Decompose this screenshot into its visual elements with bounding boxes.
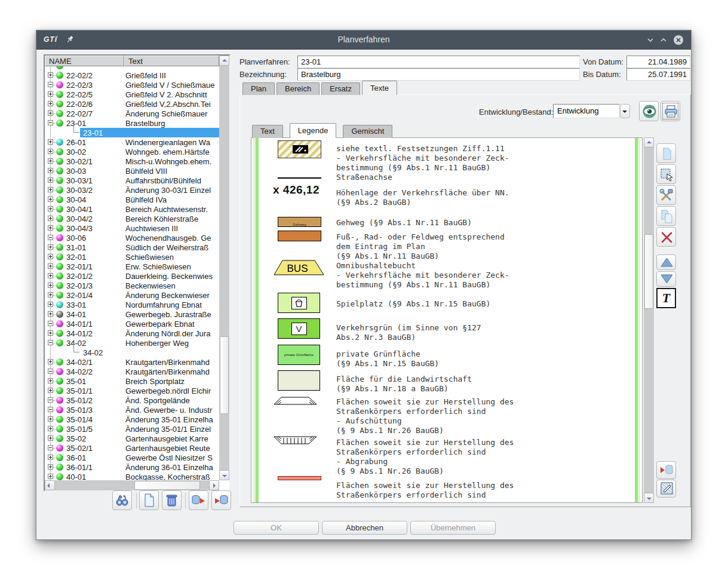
expander-plus-icon[interactable] bbox=[48, 455, 53, 460]
tree-row[interactable]: 23-01 bbox=[45, 128, 219, 137]
tree-child[interactable]: 34-02 bbox=[80, 348, 219, 357]
copy-button[interactable] bbox=[656, 206, 676, 226]
search-button[interactable] bbox=[112, 490, 132, 510]
expander-plus-icon[interactable] bbox=[48, 139, 53, 145]
tools-button[interactable] bbox=[656, 185, 676, 205]
expander-plus-icon[interactable] bbox=[48, 158, 53, 164]
expander-plus-icon[interactable] bbox=[48, 254, 53, 259]
scroll-left-icon[interactable] bbox=[45, 480, 55, 490]
expander-plus-icon[interactable] bbox=[48, 283, 53, 288]
tab-texte[interactable]: Texte bbox=[362, 81, 397, 95]
tree-row[interactable]: 30-06Wochenendhausgeb. Ge bbox=[45, 233, 219, 243]
tree-row[interactable]: 23-01Brastelburg bbox=[45, 118, 219, 128]
expander-plus-icon[interactable] bbox=[48, 474, 53, 479]
tab-plan[interactable]: Plan bbox=[242, 82, 275, 95]
scroll-down-icon[interactable] bbox=[219, 470, 229, 480]
scroll-up-icon[interactable] bbox=[644, 137, 654, 148]
tree-row[interactable]: 30-04/1Bereich Auchtwiesenstr. bbox=[45, 204, 219, 214]
preview-button[interactable] bbox=[639, 101, 659, 121]
expander-plus-icon[interactable] bbox=[48, 464, 53, 470]
scroll-thumb[interactable] bbox=[134, 481, 200, 490]
expander-plus-icon[interactable] bbox=[48, 101, 53, 106]
tab-bereich[interactable]: Bereich bbox=[277, 82, 320, 95]
new-entry-button[interactable] bbox=[139, 490, 159, 510]
print-button[interactable] bbox=[661, 101, 680, 121]
tree-row[interactable]: 30-04Bühlfeld IVa bbox=[45, 195, 219, 204]
tree-row[interactable]: 35-01/3Änd. Gewerbe- u. Industr bbox=[45, 405, 219, 415]
tree-row[interactable]: 31-01Südlich der Weiherstraß bbox=[45, 243, 219, 252]
tree-column-text[interactable]: Text bbox=[124, 56, 219, 66]
expander-plus-icon[interactable] bbox=[48, 206, 53, 211]
tree-vertical-scrollbar[interactable] bbox=[219, 56, 229, 480]
tree-row[interactable]: 35-01Breich Sportplatz bbox=[45, 376, 219, 386]
tree-row[interactable]: 22-02/5Grießfeld V 2. Abschnitt bbox=[45, 90, 219, 99]
expander-plus-icon[interactable] bbox=[48, 416, 53, 422]
expander-plus-icon[interactable] bbox=[48, 359, 53, 364]
inner-tab-text[interactable]: Text bbox=[252, 125, 283, 138]
expander-minus-icon[interactable] bbox=[48, 369, 53, 374]
tree-row[interactable]: 32-01/4Änderung Beckenwieser bbox=[45, 290, 219, 300]
tree-row[interactable]: 22-02/6Grießfeld V,2.Abschn.Tei bbox=[45, 99, 219, 109]
scroll-thumb[interactable] bbox=[644, 234, 653, 309]
expander-minus-icon[interactable] bbox=[48, 321, 53, 326]
tree-row[interactable]: 33-01Nordumfahrung Ebnat bbox=[45, 300, 219, 309]
tree-row[interactable]: 35-01/2Änd. Sportgelände bbox=[45, 395, 219, 405]
combo-value[interactable]: Entwicklung bbox=[553, 104, 620, 118]
scroll-thumb[interactable] bbox=[220, 336, 229, 414]
planverfahren-input[interactable]: 23-01 bbox=[297, 56, 580, 68]
expander-minus-icon[interactable] bbox=[48, 340, 53, 345]
export-button[interactable] bbox=[189, 490, 208, 510]
expander-plus-icon[interactable] bbox=[48, 426, 53, 431]
tree-child-selected[interactable]: 23-01 bbox=[80, 128, 219, 137]
expander-minus-icon[interactable] bbox=[48, 120, 53, 125]
import-text-button[interactable] bbox=[656, 461, 676, 479]
tree-row[interactable]: 35-02Gartenhausgebiet Karre bbox=[45, 434, 219, 443]
expander-minus-icon[interactable] bbox=[48, 407, 53, 412]
tree-row[interactable]: 34-01Gewerbegeb. Jurastraße bbox=[45, 309, 219, 319]
tab-ersatz[interactable]: Ersatz bbox=[321, 82, 360, 95]
delete-button[interactable] bbox=[656, 227, 676, 247]
tree-row[interactable]: 36-01Gewerbe Östl Niesitzer S bbox=[45, 453, 219, 462]
import-button[interactable] bbox=[211, 490, 231, 510]
tree-row[interactable]: 30-03/2Änderung 30-03/1 Einzel bbox=[45, 185, 219, 195]
tree-row[interactable]: 32-01/2Dauerkleing. Beckenwies bbox=[45, 271, 219, 281]
tree-row[interactable]: 34-02/1Krautgarten/Birkenmahd bbox=[45, 357, 219, 367]
legend-scrollbar[interactable] bbox=[644, 137, 654, 503]
expander-plus-icon[interactable] bbox=[48, 111, 53, 116]
expander-plus-icon[interactable] bbox=[48, 378, 53, 383]
expander-plus-icon[interactable] bbox=[48, 168, 53, 173]
expander-plus-icon[interactable] bbox=[48, 388, 53, 393]
expander-plus-icon[interactable] bbox=[48, 91, 53, 97]
tree-row[interactable]: 30-02Wohngeb. ehem.Härtsfe bbox=[45, 147, 219, 157]
expander-plus-icon[interactable] bbox=[48, 72, 53, 78]
minimize-icon[interactable] bbox=[646, 35, 655, 45]
expander-plus-icon[interactable] bbox=[48, 244, 53, 250]
tree-row[interactable]: 34-01/2Änderung Nördl.der Jura bbox=[45, 329, 219, 338]
expander-minus-icon[interactable] bbox=[48, 235, 53, 240]
apply-button[interactable]: Übernehmen bbox=[410, 521, 496, 535]
tree-row[interactable]: 30-03Bühlfeld VIII bbox=[45, 166, 219, 176]
move-up-button[interactable] bbox=[656, 254, 676, 270]
tree-horizontal-scrollbar[interactable] bbox=[45, 480, 219, 490]
maximize-icon[interactable] bbox=[659, 35, 668, 45]
tree-row[interactable]: 22-02/2Grießfeld III bbox=[45, 70, 219, 80]
expander-plus-icon[interactable] bbox=[48, 225, 53, 231]
cancel-button[interactable]: Abbrechen bbox=[322, 521, 407, 535]
tree-row[interactable]: 40-01Bockgasse, Kocherstraß bbox=[45, 472, 219, 480]
expander-minus-icon[interactable] bbox=[48, 397, 53, 403]
expander-plus-icon[interactable] bbox=[48, 263, 53, 269]
von-datum-input[interactable]: 21.04.1989 bbox=[626, 56, 690, 68]
tree-row[interactable]: 34-02 bbox=[45, 348, 219, 357]
tree-row[interactable]: 32-01/1Erw. Schießwiesen bbox=[45, 262, 219, 271]
tree-row[interactable]: 35-01/1Gewerbegeb.nördl Elchir bbox=[45, 386, 219, 395]
ok-button[interactable]: OK bbox=[234, 521, 319, 535]
font-button[interactable]: T bbox=[656, 288, 676, 308]
pattern-button[interactable] bbox=[656, 480, 676, 498]
inner-tab-gemischt[interactable]: Gemischt bbox=[343, 125, 392, 138]
tree-row[interactable]: 34-01/1Gewerbepark Ebnat bbox=[45, 319, 219, 329]
tree-row[interactable]: 30-02/1Misch-u.Wohngeb.ehem. bbox=[45, 157, 219, 166]
scroll-right-icon[interactable] bbox=[209, 480, 219, 490]
expander-plus-icon[interactable] bbox=[48, 330, 53, 336]
expander-plus-icon[interactable] bbox=[48, 187, 53, 192]
tree-row[interactable]: 22-02/7Änderung Schießmauer bbox=[45, 109, 219, 118]
